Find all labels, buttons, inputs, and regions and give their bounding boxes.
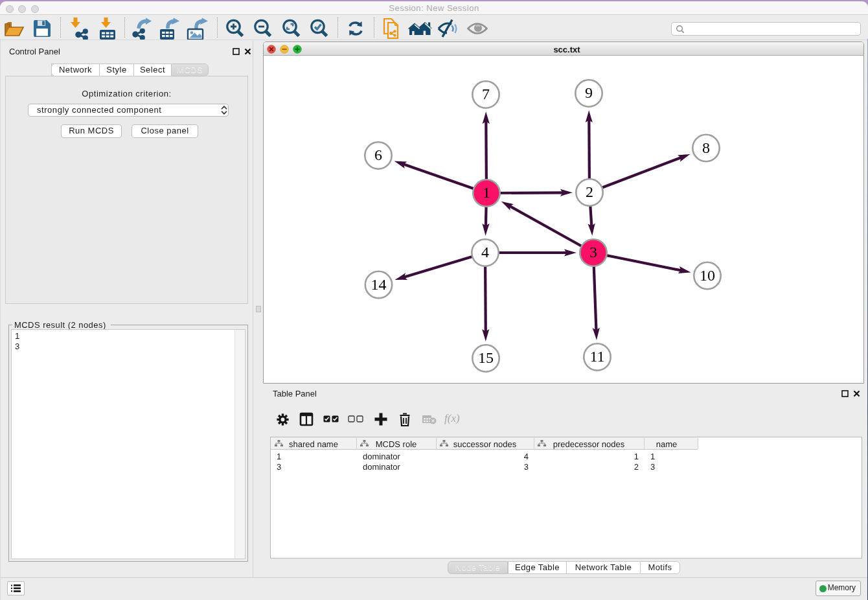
svg-text:8: 8 [702, 139, 710, 156]
svg-text:3: 3 [589, 244, 597, 260]
svg-text:4: 4 [481, 244, 489, 260]
svg-text:2: 2 [586, 183, 593, 200]
svg-text:1: 1 [483, 184, 490, 201]
svg-text:7: 7 [482, 86, 490, 102]
svg-text:14: 14 [371, 276, 387, 293]
svg-text:10: 10 [700, 267, 715, 284]
svg-text:6: 6 [374, 146, 382, 163]
svg-text:11: 11 [589, 348, 604, 365]
svg-text:9: 9 [585, 84, 593, 101]
svg-text:15: 15 [478, 349, 494, 366]
